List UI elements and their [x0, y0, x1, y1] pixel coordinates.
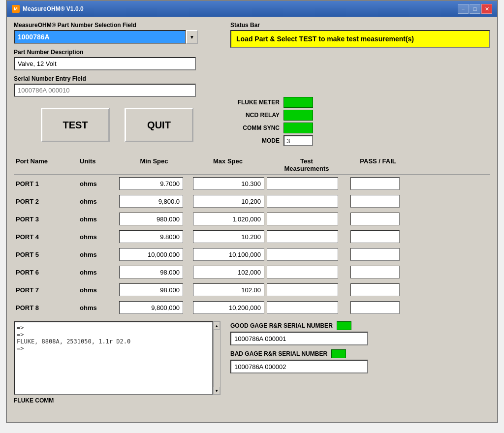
table-row: PORT 1 ohms	[14, 175, 490, 192]
table-row: PORT 3 ohms	[14, 210, 490, 228]
part-number-input[interactable]	[14, 30, 186, 44]
units-3: ohms	[78, 233, 117, 241]
measurement-input-7[interactable]	[267, 301, 338, 314]
window-controls: − □ ✕	[458, 4, 492, 14]
part-number-dropdown[interactable]: ▼	[186, 30, 198, 44]
status-bar: Load Part & Select TEST to make test mea…	[230, 30, 490, 48]
bad-gage-input[interactable]	[230, 360, 368, 373]
quit-button[interactable]: QUIT	[125, 108, 193, 142]
min-spec-input-5[interactable]	[119, 266, 183, 278]
good-gage-input[interactable]	[230, 332, 368, 345]
bad-gage-indicator	[331, 349, 346, 358]
fluke-meter-label: FLUKE METER	[235, 99, 280, 106]
scroll-up-btn[interactable]: ▲	[214, 322, 220, 330]
app-title: MeasureOHM® V1.0.0	[23, 5, 84, 12]
pass-fail-input-7[interactable]	[350, 301, 400, 314]
part-desc-label: Part Number Description	[14, 49, 220, 56]
app-icon: M	[12, 5, 20, 13]
table-row: PORT 8 ohms	[14, 299, 490, 316]
units-2: ohms	[78, 216, 117, 223]
table-row: PORT 6 ohms	[14, 263, 490, 281]
log-area[interactable]	[14, 321, 213, 395]
measurement-input-3[interactable]	[267, 230, 338, 243]
pass-fail-input-1[interactable]	[350, 195, 400, 208]
maximize-button[interactable]: □	[470, 4, 480, 14]
min-spec-input-6[interactable]	[119, 283, 183, 296]
table-row: PORT 2 ohms	[14, 192, 490, 210]
max-spec-input-4[interactable]	[193, 248, 264, 261]
serial-input[interactable]	[14, 84, 196, 97]
col-measurements: TestMeasurements	[265, 157, 348, 172]
measurement-input-4[interactable]	[267, 248, 338, 261]
port-name-2: PORT 3	[14, 216, 78, 223]
table-row: PORT 4 ohms	[14, 228, 490, 246]
bad-gage-label: BAD GAGE R&R SERIAL NUMBER	[230, 350, 327, 357]
status-bar-label: Status Bar	[230, 22, 490, 29]
title-bar: M MeasureOHM® V1.0.0 − □ ✕	[7, 1, 497, 17]
measurement-input-0[interactable]	[267, 177, 338, 190]
measurement-input-6[interactable]	[267, 283, 338, 296]
min-spec-input-4[interactable]	[119, 248, 183, 261]
measurement-input-1[interactable]	[267, 195, 338, 208]
measurement-input-5[interactable]	[267, 266, 338, 278]
fluke-meter-indicator	[284, 97, 313, 108]
table-row: PORT 7 ohms	[14, 281, 490, 299]
min-spec-input-0[interactable]	[119, 177, 183, 190]
pass-fail-input-5[interactable]	[350, 266, 400, 278]
port-name-3: PORT 4	[14, 233, 78, 241]
pass-fail-input-2[interactable]	[350, 213, 400, 225]
good-gage-indicator	[337, 321, 351, 330]
max-spec-input-5[interactable]	[193, 266, 264, 278]
mode-label: MODE	[235, 137, 280, 144]
max-spec-input-1[interactable]	[193, 195, 264, 208]
col-pass-fail: PASS / FAIL	[348, 157, 408, 172]
measurements-table: PORT 1 ohms PORT 2 ohms PORT 3 ohms PORT…	[14, 175, 490, 316]
units-1: ohms	[78, 198, 117, 205]
min-spec-input-7[interactable]	[119, 301, 183, 314]
port-name-1: PORT 2	[14, 198, 78, 205]
min-spec-input-3[interactable]	[119, 230, 183, 243]
col-max-spec: Max Spec	[191, 157, 265, 172]
max-spec-input-2[interactable]	[193, 213, 264, 225]
units-4: ohms	[78, 251, 117, 258]
min-spec-input-1[interactable]	[119, 195, 183, 208]
good-gage-label: GOOD GAGE R&R SERIAL NUMBER	[230, 322, 333, 329]
serial-label: Serial Number Entry Field	[14, 75, 220, 82]
log-label: FLUKE COMM	[14, 397, 220, 404]
max-spec-input-3[interactable]	[193, 230, 264, 243]
comm-sync-label: COMM SYNC	[235, 124, 280, 131]
port-name-7: PORT 8	[14, 304, 78, 311]
port-name-6: PORT 7	[14, 286, 78, 294]
col-port-name: Port Name	[14, 157, 78, 172]
main-window: M MeasureOHM® V1.0.0 − □ ✕ MeasureOHM® P…	[6, 0, 498, 423]
pass-fail-input-4[interactable]	[350, 248, 400, 261]
measurement-input-2[interactable]	[267, 213, 338, 225]
min-spec-input-2[interactable]	[119, 213, 183, 225]
pass-fail-input-0[interactable]	[350, 177, 400, 190]
units-6: ohms	[78, 286, 117, 294]
ncd-relay-indicator	[284, 110, 313, 121]
col-units: Units	[78, 157, 117, 172]
comm-sync-indicator	[284, 123, 313, 133]
close-button[interactable]: ✕	[481, 4, 492, 14]
col-min-spec: Min Spec	[117, 157, 191, 172]
scroll-down-btn[interactable]: ▼	[214, 387, 220, 395]
part-desc-input[interactable]	[14, 57, 196, 70]
port-name-5: PORT 6	[14, 269, 78, 276]
port-name-4: PORT 5	[14, 251, 78, 258]
pass-fail-input-6[interactable]	[350, 283, 400, 296]
units-7: ohms	[78, 304, 117, 311]
pass-fail-input-3[interactable]	[350, 230, 400, 243]
max-spec-input-6[interactable]	[193, 283, 264, 296]
max-spec-input-7[interactable]	[193, 301, 264, 314]
port-name-0: PORT 1	[14, 180, 78, 187]
mode-input[interactable]	[284, 135, 313, 146]
test-button[interactable]: TEST	[41, 108, 110, 142]
max-spec-input-0[interactable]	[193, 177, 264, 190]
ncd-relay-label: NCD RELAY	[235, 112, 280, 119]
part-number-label: MeasureOHM® Part Number Selection Field	[14, 22, 220, 29]
minimize-button[interactable]: −	[458, 4, 469, 14]
table-row: PORT 5 ohms	[14, 246, 490, 263]
units-0: ohms	[78, 180, 117, 187]
units-5: ohms	[78, 269, 117, 276]
